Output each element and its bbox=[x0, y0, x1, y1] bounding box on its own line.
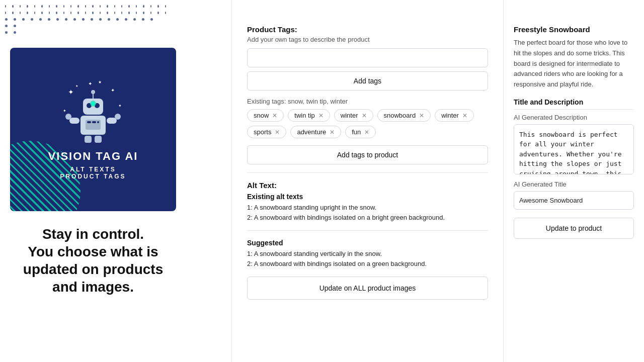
dot bbox=[34, 5, 35, 8]
tag-snow-remove-icon[interactable]: ✕ bbox=[272, 112, 277, 119]
brand-subtitle: ALT TEXTS PRODUCT TAGS bbox=[60, 166, 126, 180]
tag-winter-1[interactable]: winter ✕ bbox=[334, 109, 373, 122]
dot bbox=[121, 5, 122, 8]
alt-text-section: Alt Text: Existing alt texts 1: A snowbo… bbox=[247, 181, 488, 300]
update-all-product-images-button[interactable]: Update on ALL product images bbox=[247, 277, 488, 300]
dot bbox=[100, 12, 101, 14]
dot bbox=[108, 18, 110, 21]
existing-alt-title: Existing alt texts bbox=[247, 193, 488, 201]
tag-input[interactable] bbox=[247, 48, 488, 67]
suggested-alt-1: 1: A snowboard standing vertically in th… bbox=[247, 249, 488, 259]
tag-adventure[interactable]: adventure ✕ bbox=[290, 126, 341, 138]
dot-row bbox=[5, 5, 166, 8]
dot bbox=[107, 12, 108, 14]
svg-rect-21 bbox=[92, 121, 96, 123]
dot bbox=[133, 18, 136, 21]
dot bbox=[136, 5, 137, 8]
svg-point-8 bbox=[91, 90, 95, 94]
dot bbox=[136, 12, 137, 14]
dot bbox=[27, 12, 28, 14]
dot bbox=[20, 5, 21, 8]
dot bbox=[85, 5, 86, 8]
dot bbox=[150, 18, 153, 21]
dot bbox=[14, 18, 16, 21]
add-tags-button[interactable]: Add tags bbox=[247, 71, 488, 90]
dot bbox=[34, 12, 35, 14]
ai-description-textarea[interactable]: This snowboard is perfect for all your w… bbox=[514, 124, 634, 174]
dot bbox=[114, 12, 115, 14]
tag-fun-remove-icon[interactable]: ✕ bbox=[364, 129, 369, 136]
dot bbox=[14, 25, 16, 27]
tag-twin-tip-remove-icon[interactable]: ✕ bbox=[318, 112, 324, 119]
dot-row bbox=[5, 18, 166, 21]
svg-rect-16 bbox=[107, 118, 117, 124]
tag-fun[interactable]: fun ✕ bbox=[345, 126, 376, 138]
dot bbox=[128, 12, 129, 14]
product-description: The perfect board for those who love to … bbox=[514, 38, 634, 90]
svg-text:✦: ✦ bbox=[118, 104, 122, 108]
tag-twin-tip-label: twin tip bbox=[294, 112, 314, 119]
dot bbox=[48, 18, 50, 21]
svg-point-13 bbox=[92, 102, 95, 105]
add-tags-to-product-button[interactable]: Add tags to product bbox=[247, 145, 488, 164]
svg-text:★: ★ bbox=[98, 80, 102, 84]
dot bbox=[41, 12, 42, 14]
tag-adventure-remove-icon[interactable]: ✕ bbox=[330, 129, 335, 136]
dot bbox=[77, 12, 78, 14]
divider bbox=[247, 172, 488, 173]
dot bbox=[70, 12, 71, 14]
dot bbox=[121, 12, 122, 14]
dot bbox=[157, 5, 158, 8]
dot bbox=[56, 5, 57, 8]
tag-sports[interactable]: sports ✕ bbox=[247, 126, 286, 138]
svg-point-18 bbox=[115, 114, 121, 120]
dot bbox=[114, 5, 115, 8]
dot bbox=[150, 5, 151, 8]
update-to-product-button[interactable]: Update to product bbox=[514, 218, 634, 239]
dot bbox=[85, 12, 86, 14]
dot bbox=[27, 5, 28, 8]
tag-sports-remove-icon[interactable]: ✕ bbox=[275, 129, 280, 136]
dot bbox=[5, 5, 6, 8]
tag-sports-label: sports bbox=[254, 128, 271, 136]
tag-snowboard[interactable]: snowboard ✕ bbox=[377, 109, 431, 122]
dot bbox=[5, 25, 8, 27]
tag-snowboard-remove-icon[interactable]: ✕ bbox=[419, 112, 424, 119]
tag-winter-2-remove-icon[interactable]: ✕ bbox=[462, 112, 467, 119]
dot bbox=[82, 18, 85, 21]
svg-text:✦: ✦ bbox=[63, 109, 66, 113]
dot bbox=[49, 12, 50, 14]
tag-winter-2[interactable]: winter ✕ bbox=[435, 109, 474, 122]
svg-point-17 bbox=[65, 114, 71, 120]
tag-adventure-label: adventure bbox=[297, 128, 326, 136]
tag-snow-label: snow bbox=[254, 112, 269, 119]
dot bbox=[165, 5, 166, 8]
dot bbox=[143, 12, 144, 14]
tag-fun-label: fun bbox=[352, 128, 361, 136]
svg-text:✦: ✦ bbox=[111, 87, 115, 93]
dot bbox=[116, 18, 119, 21]
right-panel: Freestyle Snowboard The perfect board fo… bbox=[503, 0, 644, 362]
dot bbox=[157, 12, 158, 14]
dot bbox=[49, 5, 50, 8]
suggested-title: Suggested bbox=[247, 239, 488, 247]
dot bbox=[73, 18, 76, 21]
brand-subtitle-line1: ALT TEXTS bbox=[70, 166, 116, 173]
tag-winter-1-remove-icon[interactable]: ✕ bbox=[362, 112, 367, 119]
dot bbox=[100, 5, 101, 8]
dot bbox=[150, 12, 151, 14]
dot bbox=[12, 5, 13, 8]
dot bbox=[63, 12, 64, 14]
dot bbox=[56, 12, 57, 14]
ai-title-input[interactable] bbox=[514, 191, 634, 210]
dot bbox=[31, 18, 33, 21]
svg-rect-15 bbox=[69, 118, 79, 124]
tag-snow[interactable]: snow ✕ bbox=[247, 109, 284, 122]
ai-desc-label: AI Generated Description bbox=[514, 114, 634, 121]
product-name: Freestyle Snowboard bbox=[514, 25, 634, 34]
dot bbox=[65, 18, 67, 21]
dot-grid-decoration bbox=[5, 5, 166, 50]
tag-twin-tip[interactable]: twin tip ✕ bbox=[288, 109, 330, 122]
product-tags-section: Product Tags: Add your own tags to descr… bbox=[247, 25, 488, 164]
dot bbox=[92, 12, 93, 14]
